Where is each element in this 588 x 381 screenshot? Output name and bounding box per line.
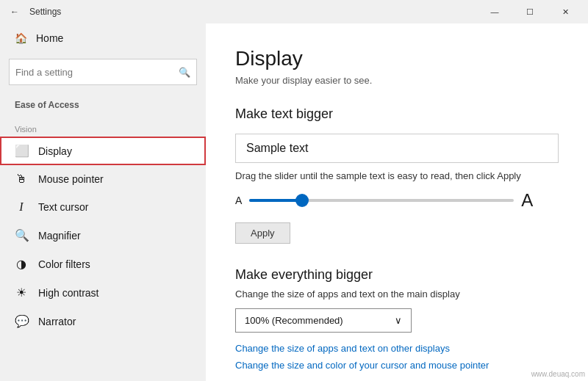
- chevron-down-icon: ∨: [395, 315, 402, 326]
- sidebar-item-magnifier[interactable]: 🔍 Magnifier: [0, 221, 206, 250]
- minimize-button[interactable]: —: [478, 0, 512, 23]
- text-cursor-icon: I: [15, 200, 28, 214]
- home-label: Home: [36, 32, 63, 44]
- mouse-icon: 🖱: [15, 173, 28, 186]
- section-title-everything-bigger: Make everything bigger: [235, 267, 559, 283]
- sidebar-item-label-color-filters: Color filters: [38, 258, 90, 270]
- sidebar-section-label: Ease of Access: [0, 94, 206, 113]
- sidebar-item-label-magnifier: Magnifier: [38, 230, 81, 242]
- slider-label-large: A: [521, 190, 533, 211]
- display-scale-dropdown[interactable]: 100% (Recommended) ∨: [235, 308, 412, 333]
- section-title-text-bigger: Make text bigger: [235, 106, 559, 122]
- search-input[interactable]: [15, 67, 179, 78]
- slider-fill: [249, 199, 302, 202]
- text-size-slider[interactable]: [249, 199, 514, 202]
- slider-thumb[interactable]: [295, 194, 309, 207]
- sidebar-item-text-cursor[interactable]: I Text cursor: [0, 193, 206, 221]
- everything-bigger-desc: Change the size of apps and text on the …: [235, 289, 559, 300]
- sidebar-item-display[interactable]: ⬜ Display: [0, 137, 206, 165]
- sidebar-item-label-mouse: Mouse pointer: [38, 173, 104, 185]
- page-title: Display: [235, 47, 559, 70]
- sample-text-box: Sample text: [235, 134, 559, 163]
- color-filters-icon: ◑: [15, 257, 28, 271]
- slider-instruction: Drag the slider until the sample text is…: [235, 170, 559, 181]
- title-bar: ← Settings — ☐ ✕: [0, 0, 588, 23]
- sidebar-item-label-text-cursor: Text cursor: [38, 201, 88, 213]
- slider-row: A A: [235, 190, 559, 211]
- back-button[interactable]: ←: [6, 3, 24, 21]
- sidebar-item-label-high-contrast: High contrast: [38, 287, 98, 299]
- title-bar-controls: — ☐ ✕: [478, 0, 582, 23]
- search-icon: 🔍: [179, 67, 190, 78]
- page-subtitle: Make your display easier to see.: [235, 75, 559, 86]
- title-bar-title: Settings: [29, 7, 61, 17]
- sidebar: 🏠 Home 🔍 Ease of Access Vision ⬜ Display…: [0, 23, 206, 381]
- display-icon: ⬜: [15, 144, 28, 158]
- sidebar-item-mouse-pointer[interactable]: 🖱 Mouse pointer: [0, 165, 206, 193]
- search-box[interactable]: 🔍: [9, 59, 197, 85]
- apply-button[interactable]: Apply: [235, 222, 290, 244]
- app-body: 🏠 Home 🔍 Ease of Access Vision ⬜ Display…: [0, 23, 588, 381]
- high-contrast-icon: ☀: [15, 286, 28, 300]
- sample-text: Sample text: [246, 142, 308, 154]
- other-displays-link[interactable]: Change the size of apps and text on othe…: [235, 343, 559, 354]
- sidebar-home-item[interactable]: 🏠 Home: [0, 23, 206, 53]
- close-button[interactable]: ✕: [548, 0, 582, 23]
- magnifier-icon: 🔍: [15, 228, 28, 242]
- maximize-button[interactable]: ☐: [513, 0, 547, 23]
- sidebar-item-color-filters[interactable]: ◑ Color filters: [0, 250, 206, 278]
- narrator-icon: 💬: [15, 314, 28, 328]
- cursor-color-link[interactable]: Change the size and color of your cursor…: [235, 360, 559, 371]
- sidebar-item-narrator[interactable]: 💬 Narrator: [0, 307, 206, 335]
- vision-label: Vision: [0, 119, 206, 137]
- content-area: Display Make your display easier to see.…: [206, 23, 588, 381]
- watermark: www.deuaq.com: [531, 370, 585, 378]
- sidebar-item-label-display: Display: [38, 145, 72, 157]
- sidebar-item-high-contrast[interactable]: ☀ High contrast: [0, 278, 206, 307]
- title-bar-left: ← Settings: [6, 3, 478, 21]
- dropdown-value: 100% (Recommended): [245, 315, 343, 326]
- home-icon: 🏠: [15, 32, 27, 44]
- sidebar-item-label-narrator: Narrator: [38, 316, 76, 327]
- slider-label-small: A: [235, 195, 242, 206]
